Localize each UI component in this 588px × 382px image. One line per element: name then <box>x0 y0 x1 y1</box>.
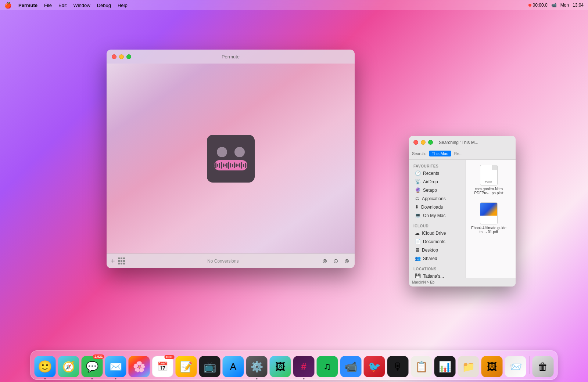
window-buttons <box>112 54 131 59</box>
sidebar-item-applications[interactable]: 🗂 Applications <box>410 194 464 203</box>
documents-label: Documents <box>423 239 445 244</box>
applications-label: Applications <box>422 196 446 201</box>
zoom-dock-icon: 📹 <box>344 361 357 373</box>
airdrop-label: AirDrop <box>423 179 438 184</box>
dock-item-photos[interactable]: 🌸 <box>129 356 150 377</box>
dock-item-zoom[interactable]: 📹 <box>340 356 362 377</box>
finder-file-plist[interactable]: PLIST com.gonitro.Nitro PDFPro-...pp.pli… <box>469 163 509 197</box>
dock-item-calendar[interactable]: 📅 OCT <box>152 356 173 377</box>
sidebar-item-setapp[interactable]: 🔮 Setapp <box>410 186 464 194</box>
safari-dock-icon: 🧭 <box>62 361 75 373</box>
dock-item-castaway[interactable]: 🎙 <box>387 356 409 377</box>
dock-item-mail2[interactable]: 📨 <box>505 356 526 377</box>
dock-item-sticky-notes[interactable]: 📋 <box>411 356 432 377</box>
finder-window-buttons <box>413 140 433 145</box>
trash-dock-icon: 🗑 <box>538 361 548 373</box>
dock-item-messages[interactable]: 💬 2,621 <box>82 356 103 377</box>
apple-menu[interactable]: 🍎 <box>4 2 12 9</box>
maximize-button[interactable] <box>126 54 131 59</box>
recording-indicator: 00:00.0 <box>528 3 548 8</box>
sidebar-item-downloads[interactable]: ⬇ Downloads <box>410 203 464 211</box>
wave-bar <box>237 164 239 166</box>
wave-bar <box>221 162 222 169</box>
dock-item-mail[interactable]: ✉️ <box>105 356 126 377</box>
desktop: 🍎 Permute File Edit Window Debug Help 00… <box>0 0 588 382</box>
robot-eye-left <box>217 147 227 157</box>
add-file-button[interactable]: + <box>111 258 115 264</box>
grid-dot <box>118 263 120 264</box>
dock-item-system-preferences[interactable]: ⚙️ <box>246 356 268 377</box>
onmymac-label: On My Mac <box>423 213 445 218</box>
grid-dot <box>123 260 125 262</box>
menu-window[interactable]: Window <box>73 3 90 8</box>
finder-maximize-button[interactable] <box>428 140 433 145</box>
minimize-button[interactable] <box>119 54 124 59</box>
slack-dock-icon: # <box>301 361 306 372</box>
pdf-file-icon <box>480 202 498 224</box>
shared-label: Shared <box>423 256 437 261</box>
sidebar-item-recents[interactable]: 🕐 Recents <box>410 169 464 177</box>
recents-icon: 🕐 <box>415 170 421 176</box>
dock-item-files[interactable]: 📁 <box>458 356 479 377</box>
finder-file-pdf[interactable]: Ebook-Ultimate guide to...- 01.pdf <box>469 200 509 236</box>
permute-window-title: Permute <box>222 54 240 60</box>
dock-item-robinhd[interactable]: 🐦 <box>364 356 385 377</box>
wave-bar <box>234 162 235 168</box>
no-conversions-label: No Conversions <box>125 259 321 264</box>
menu-debug[interactable]: Debug <box>97 3 111 8</box>
appstore-dock-icon: A <box>230 361 236 372</box>
dock-item-trash[interactable]: 🗑 <box>533 356 554 377</box>
sidebar-item-airdrop[interactable]: 📡 AirDrop <box>410 177 464 186</box>
wave-bar <box>214 163 215 167</box>
mail-dock-icon: ✉️ <box>109 361 122 373</box>
menubar-left: 🍎 Permute File Edit Window Debug Help <box>4 2 128 9</box>
info-icon[interactable]: ⊚ <box>343 257 350 265</box>
dock-item-finder[interactable]: 🙂 <box>35 356 56 377</box>
wave-bar <box>215 162 216 168</box>
close-button[interactable] <box>112 54 116 59</box>
stop-icon[interactable]: ⊗ <box>321 257 328 265</box>
finder-minimize-button[interactable] <box>421 140 426 145</box>
menu-help[interactable]: Help <box>118 3 128 8</box>
finder-dock-icon: 🙂 <box>38 360 53 374</box>
dock-item-notes[interactable]: 📝 <box>176 356 197 377</box>
menubar-day: Mon <box>560 3 569 8</box>
search-recent-button[interactable]: Re... <box>454 151 463 156</box>
finder-body: Favourites 🕐 Recents 📡 AirDrop 🔮 Setapp … <box>409 160 516 278</box>
favourites-header: Favourites <box>409 163 466 169</box>
dock-item-appletv[interactable]: 📺 <box>199 356 220 377</box>
pdf-cover <box>480 203 497 216</box>
clock-icon[interactable]: ⊙ <box>332 257 339 265</box>
breadcrumb-text: MarginN > Eb <box>412 280 434 284</box>
sidebar-item-tatiana[interactable]: 💾 Tatiana's... <box>410 272 464 278</box>
finder-breadcrumb: MarginN > Eb <box>409 278 516 286</box>
finder-close-button[interactable] <box>413 140 418 145</box>
recording-time: 00:00.0 <box>533 3 548 8</box>
dock: 🙂 🧭 💬 2,621 ✉️ 🌸 📅 OCT 📝 <box>31 350 558 380</box>
dock-item-spotify[interactable]: ♫ <box>317 356 338 377</box>
sidebar-item-onmymac[interactable]: 💻 On My Mac <box>410 211 464 220</box>
dock-item-safari[interactable]: 🧭 <box>58 356 79 377</box>
dock-item-stats[interactable]: 📊 <box>434 356 456 377</box>
sidebar-item-documents[interactable]: 📄 Documents <box>410 237 464 246</box>
menu-edit[interactable]: Edit <box>58 3 67 8</box>
sidebar-item-desktop[interactable]: 🖥 Desktop <box>410 246 464 254</box>
appletv-dock-icon: 📺 <box>203 361 216 373</box>
wave-bar <box>243 164 244 167</box>
robinhd-dock-icon: 🐦 <box>368 361 381 373</box>
downloads-icon: ⬇ <box>415 204 419 210</box>
messages-active-dot <box>92 378 93 379</box>
wave-bar <box>236 163 237 167</box>
search-this-mac-button[interactable]: This Mac <box>429 151 451 156</box>
dock-item-appstore[interactable]: A <box>223 356 244 377</box>
dock-item-slides[interactable]: 🖼 <box>481 356 503 377</box>
grid-dot <box>118 260 120 262</box>
dock-item-preview[interactable]: 🖼 <box>270 356 291 377</box>
sidebar-item-icloud-drive[interactable]: ☁ iCloud Drive <box>410 229 464 237</box>
settings-grid-button[interactable] <box>118 257 125 265</box>
dock-item-slack[interactable]: # <box>293 356 315 377</box>
finder-window-title: Searching "This M... <box>439 140 478 145</box>
sidebar-item-shared[interactable]: 👥 Shared <box>410 254 464 263</box>
menu-file[interactable]: File <box>44 3 52 8</box>
tatiana-label: Tatiana's... <box>423 274 444 278</box>
